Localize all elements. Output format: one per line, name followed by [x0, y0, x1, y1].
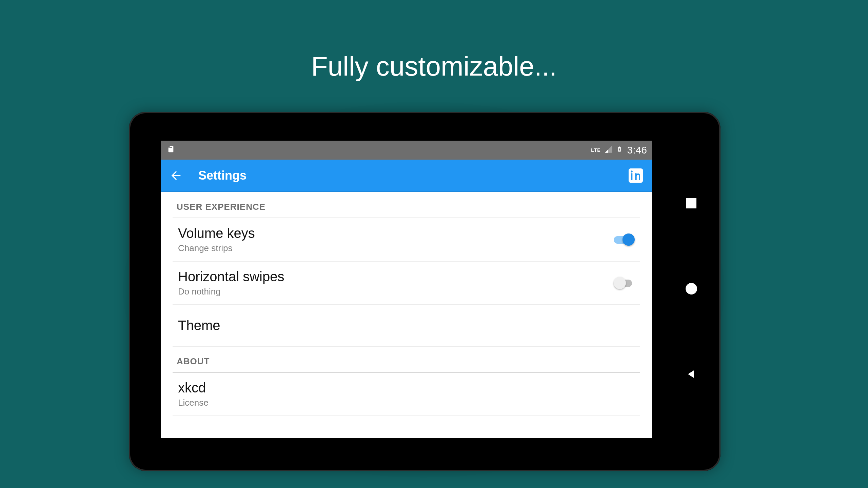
- tablet-screen: LTE 3:46 Settings: [161, 141, 652, 438]
- linkedin-icon: [628, 168, 644, 183]
- pref-volume-keys[interactable]: Volume keys Change strips: [173, 218, 640, 262]
- pref-title: xkcd: [178, 380, 635, 395]
- pref-subtitle: Change strips: [178, 243, 614, 253]
- pref-horizontal-swipes[interactable]: Horizontal swipes Do nothing: [173, 262, 640, 305]
- appbar-title: Settings: [198, 168, 246, 183]
- sdcard-icon: [167, 144, 175, 156]
- toggle-horizontal-swipes[interactable]: [614, 277, 635, 289]
- status-bar-clock: 3:46: [627, 144, 647, 156]
- section-header-about: ABOUT: [173, 347, 640, 373]
- promo-headline: Fully customizable...: [311, 51, 557, 82]
- android-status-bar: LTE 3:46: [161, 141, 652, 160]
- pref-theme[interactable]: Theme: [173, 305, 640, 347]
- pref-xkcd[interactable]: xkcd License: [173, 373, 640, 416]
- nav-home-button[interactable]: [686, 283, 697, 294]
- pref-title: Theme: [178, 312, 635, 339]
- signal-icon: [604, 145, 613, 156]
- android-nav-bar: [681, 141, 702, 438]
- section-header-user-experience: USER EXPERIENCE: [173, 192, 640, 218]
- pref-subtitle: Do nothing: [178, 286, 614, 297]
- pref-title: Volume keys: [178, 226, 614, 241]
- network-type-label: LTE: [591, 148, 600, 152]
- triangle-back-icon: [686, 369, 696, 379]
- arrow-back-icon: [169, 169, 183, 182]
- battery-charging-icon: [616, 144, 623, 156]
- app-bar: Settings: [161, 160, 652, 192]
- settings-list[interactable]: USER EXPERIENCE Volume keys Change strip…: [161, 192, 652, 438]
- nav-back-button[interactable]: [686, 369, 696, 381]
- tablet-frame: LTE 3:46 Settings: [129, 112, 721, 471]
- nav-recent-button[interactable]: [686, 198, 696, 208]
- linkedin-button[interactable]: [628, 168, 644, 183]
- pref-subtitle: License: [178, 398, 635, 408]
- toggle-volume-keys[interactable]: [614, 233, 635, 246]
- back-button[interactable]: [169, 169, 183, 182]
- pref-title: Horizontal swipes: [178, 269, 614, 284]
